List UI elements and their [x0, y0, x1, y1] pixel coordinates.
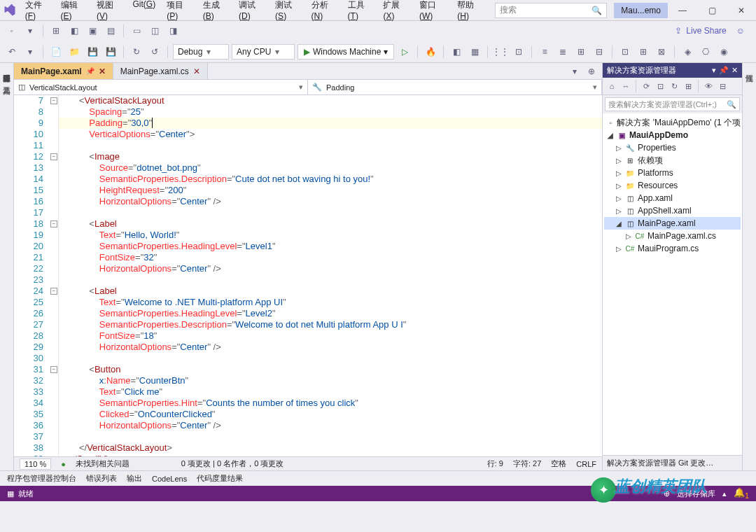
close-icon[interactable]: ✕ — [99, 66, 106, 76]
layout-icon[interactable]: ▭ — [129, 23, 144, 38]
filter-icon[interactable]: ⊟ — [716, 80, 729, 92]
tb-icon-m[interactable]: ⎔ — [698, 44, 713, 59]
save-disk-icon[interactable]: 💾 — [85, 44, 100, 59]
forward-icon[interactable]: ▾ — [22, 23, 38, 38]
start-no-debug-icon[interactable]: ▷ — [397, 44, 412, 59]
repo-icon[interactable]: ⊕ — [664, 489, 670, 498]
sync-icon[interactable]: ⟳ — [640, 80, 652, 92]
showall-icon[interactable]: ⊡ — [654, 80, 666, 92]
tree-item[interactable]: ▷🔧Properties — [604, 141, 741, 154]
menu-item[interactable]: Git(G) — [127, 0, 161, 24]
document-tab[interactable]: MainPage.xaml.cs ✕ — [113, 63, 208, 79]
save-all-icon[interactable]: ▤ — [103, 23, 118, 38]
history2-icon[interactable]: ↺ — [147, 44, 162, 59]
save-all-disk-icon[interactable]: 💾 — [103, 44, 118, 59]
fold-toggle[interactable]: − — [50, 153, 57, 160]
close-icon[interactable]: ✕ — [193, 66, 200, 76]
tb-icon-l[interactable]: ◈ — [680, 44, 695, 59]
prop-icon[interactable]: ⊞ — [682, 80, 694, 92]
col-label[interactable]: 字符: 27 — [513, 458, 541, 469]
menu-item[interactable]: 生成(B) — [197, 0, 233, 24]
code-editor[interactable]: 7891011121314151617181920212223242526272… — [14, 95, 602, 456]
menu-item[interactable]: 分析(N) — [306, 0, 342, 24]
config-combo[interactable]: Debug▾ — [173, 44, 229, 59]
open-icon[interactable]: ◧ — [66, 23, 82, 38]
collapse-icon[interactable]: ↔ — [620, 80, 632, 92]
layout3-icon[interactable]: ◨ — [165, 23, 181, 38]
menu-item[interactable]: 编辑(E) — [55, 0, 91, 24]
line-label[interactable]: 行: 9 — [487, 458, 503, 469]
space-label[interactable]: 空格 — [551, 458, 566, 469]
menu-item[interactable]: 工具(T) — [342, 0, 378, 24]
panel-bottom-tabs[interactable]: 解决方案资源管理器 Git 更改… — [603, 455, 742, 470]
toolwell-tab[interactable]: 属性 — [744, 66, 755, 71]
grid-icon[interactable]: ▦ — [7, 489, 14, 498]
bottom-tab[interactable]: 程序包管理器控制台 — [7, 473, 76, 484]
tb-icon-e[interactable]: ≡ — [537, 44, 552, 59]
tb-icon-h[interactable]: ⊟ — [592, 44, 607, 59]
dropdown-icon[interactable]: ▾ — [712, 66, 716, 75]
tree-item[interactable]: ▷◫AppShell.xaml — [604, 204, 741, 217]
tb-icon-g[interactable]: ⊞ — [573, 44, 589, 59]
tree-item-selected[interactable]: ◢◫MainPage.xaml — [604, 217, 741, 230]
tb-icon-a[interactable]: ◧ — [449, 44, 464, 59]
history-icon[interactable]: ↻ — [129, 44, 144, 59]
tab-scroll-icon[interactable]: ▾ — [567, 64, 582, 79]
tree-item[interactable]: ▷C#MauiProgram.cs — [604, 242, 741, 255]
toolwell-tab[interactable]: 工具箱 — [1, 78, 12, 84]
redo-icon[interactable]: ▾ — [22, 44, 38, 59]
issues-label[interactable]: 未找到相关问题 — [76, 458, 130, 469]
run-button[interactable]: ▶ Windows Machine ▾ — [298, 44, 394, 59]
repo-label[interactable]: 选择存储库 — [677, 489, 715, 499]
feedback-icon[interactable]: ☺ — [736, 26, 745, 36]
menu-item[interactable]: 文件(F) — [20, 0, 55, 24]
menu-item[interactable]: 调试(D) — [233, 0, 270, 24]
back-icon[interactable]: ◦ — [4, 23, 20, 38]
fold-toggle[interactable]: − — [50, 288, 57, 295]
fold-toggle[interactable]: − — [50, 220, 57, 227]
solution-name-badge[interactable]: Mau...emo — [614, 3, 668, 18]
tree-project[interactable]: ◢▣MauiAppDemo — [604, 129, 741, 141]
hot-reload-icon[interactable]: 🔥 — [423, 44, 438, 59]
tb-icon-c[interactable]: ⋮⋮ — [493, 44, 508, 59]
zoom-combo[interactable]: 110 % — [20, 458, 51, 470]
panel-title[interactable]: 解决方案资源管理器 ▾📌✕ — [603, 63, 742, 78]
tree-item[interactable]: ▷📁Platforms — [604, 167, 741, 179]
solution-tree[interactable]: ▫解决方案 'MauiAppDemo' (1 个项 ◢▣MauiAppDemo … — [603, 113, 742, 455]
menu-item[interactable]: 测试(S) — [270, 0, 305, 24]
home-icon[interactable]: ⌂ — [606, 80, 618, 92]
member-combo[interactable]: 🔧 Padding ▾ — [308, 80, 602, 94]
close-button[interactable]: ✕ — [727, 0, 756, 21]
tb-icon-d[interactable]: ⊡ — [511, 44, 526, 59]
toolwell-tab[interactable]: 服务器资源管理器 — [1, 66, 12, 71]
search-input[interactable]: 搜索 🔍 — [495, 3, 607, 18]
bottom-tab[interactable]: CodeLens — [152, 475, 187, 483]
tree-item[interactable]: ▷⊞依赖项 — [604, 154, 741, 167]
live-share-button[interactable]: ⇪ Live Share ☺ — [668, 26, 752, 36]
bottom-tab[interactable]: 错误列表 — [86, 473, 117, 484]
maximize-button[interactable]: ▢ — [697, 0, 727, 21]
bottom-tab[interactable]: 代码度量结果 — [197, 473, 243, 484]
tree-item[interactable]: ▷◫App.xaml — [604, 192, 741, 204]
save-icon[interactable]: ▣ — [85, 23, 100, 38]
menu-item[interactable]: 窗口(W) — [414, 0, 451, 24]
crlf-label[interactable]: CRLF — [576, 460, 596, 468]
up-icon[interactable]: ▴ — [722, 489, 727, 498]
tab-add-icon[interactable]: ⊕ — [584, 64, 599, 79]
tree-item[interactable]: ▷📁Resources — [604, 179, 741, 192]
code-area[interactable]: <VerticalStackLayout Spacing="25" Paddin… — [59, 95, 602, 456]
refresh-icon[interactable]: ↻ — [668, 80, 680, 92]
tb-icon-f[interactable]: ≣ — [555, 44, 570, 59]
fold-toggle[interactable]: − — [50, 97, 57, 104]
platform-combo[interactable]: Any CPU▾ — [232, 44, 295, 59]
new-file-icon[interactable]: ⊞ — [48, 23, 64, 38]
solution-search-input[interactable]: 搜索解决方案资源管理器(Ctrl+;) 🔍 — [605, 97, 740, 111]
menu-item[interactable]: 视图(V) — [91, 0, 127, 24]
bell-icon[interactable]: 🔔1 — [734, 487, 749, 500]
document-tab[interactable]: MainPage.xaml 📌 ✕ — [14, 63, 113, 79]
menu-item[interactable]: 扩展(X) — [377, 0, 413, 24]
tree-item[interactable]: ▷C#MainPage.xaml.cs — [604, 230, 741, 242]
minimize-button[interactable]: — — [668, 0, 697, 21]
tb-icon-n[interactable]: ◉ — [716, 44, 732, 59]
tb-icon-b[interactable]: ▦ — [467, 44, 482, 59]
